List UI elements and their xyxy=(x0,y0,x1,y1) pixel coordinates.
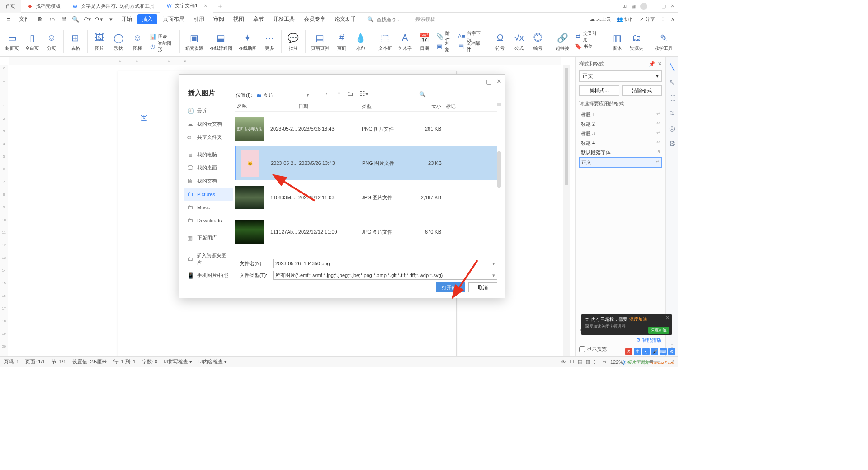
clear-format-button[interactable]: 清除格式 xyxy=(622,85,662,96)
back-icon[interactable]: ← xyxy=(325,90,331,97)
sidebar-phone[interactable]: 📱手机图片/拍照 xyxy=(184,269,233,282)
user-avatar[interactable] xyxy=(640,3,647,10)
view-web-icon[interactable]: ▤ xyxy=(578,359,582,365)
tab-home[interactable]: 首页 xyxy=(0,0,21,13)
gear-icon[interactable]: ⚙ xyxy=(668,139,677,148)
ribbon-coverpage[interactable]: ▭封面页 xyxy=(3,30,22,53)
ribbon-watermark[interactable]: 💧水印 xyxy=(352,30,370,53)
dialog-close-icon[interactable]: ✕ xyxy=(496,78,502,85)
ruler-vertical[interactable]: 21123456789101112131415161718192021 xyxy=(0,65,8,356)
menu-review[interactable]: 审阅 xyxy=(210,13,228,26)
tab-doc1[interactable]: W文字是人类用符...远的方式和工具 xyxy=(66,0,160,13)
minimize-icon[interactable]: — xyxy=(652,4,657,9)
sidebar-documents[interactable]: 🗎我的文档 xyxy=(184,174,233,188)
filetype-select[interactable]: 所有图片(*.emf;*.wmf;*.jpg;*.jpeg;*.jpe;*.pn… xyxy=(273,271,497,280)
ribbon-crossref[interactable]: ⇄交叉引用 xyxy=(575,32,600,41)
new-folder-icon[interactable]: 🗀 xyxy=(347,90,353,97)
new-style-button[interactable]: 新样式... xyxy=(579,85,619,96)
ribbon-dockets[interactable]: ▣稻壳资源 xyxy=(183,30,206,53)
menu-view[interactable]: 视图 xyxy=(230,13,248,26)
add-tab-button[interactable]: + xyxy=(213,2,226,10)
undo-icon[interactable]: ↶▾ xyxy=(82,14,92,24)
tab-doc2[interactable]: W文字文稿1× xyxy=(160,0,213,13)
ruler-horizontal[interactable]: 21 12 xyxy=(9,57,561,65)
sidebar-gallery[interactable]: ▦正版图库 xyxy=(184,231,233,244)
preview-icon[interactable]: 🔍 xyxy=(71,14,80,24)
style-item-default[interactable]: 默认段落字体a xyxy=(579,148,662,157)
pointer-icon[interactable]: ↖ xyxy=(668,78,677,87)
ribbon-symbol[interactable]: Ω符号 xyxy=(491,30,509,53)
dropdown-icon[interactable]: ▾ xyxy=(106,14,116,24)
ime-cn-icon[interactable]: 中 xyxy=(634,348,641,355)
menu-ref[interactable]: 引用 xyxy=(190,13,208,26)
grid-icon[interactable]: ⊞ xyxy=(623,3,627,9)
close-window-icon[interactable]: ✕ xyxy=(670,3,675,9)
ribbon-bookmark[interactable]: 🔖书签 xyxy=(575,42,600,51)
dialog-search[interactable]: 🔍 xyxy=(417,90,489,99)
close-tab-icon[interactable]: × xyxy=(204,2,208,9)
preview-checkbox[interactable] xyxy=(579,346,585,352)
ime-mic-icon[interactable]: 🎤 xyxy=(651,348,658,355)
ribbon-docpart[interactable]: ▤文档部件 xyxy=(458,42,484,51)
style-item-h2[interactable]: 标题 2↵ xyxy=(579,119,662,129)
new-doc-icon[interactable]: 🗎 xyxy=(35,14,45,24)
sidebar-desktop[interactable]: 🖵我的桌面 xyxy=(184,161,233,174)
dialog-maximize-icon[interactable]: ▢ xyxy=(486,78,492,85)
ribbon-attach[interactable]: 📎附件 xyxy=(436,32,453,41)
ime-kbd-icon[interactable]: ⌨ xyxy=(660,348,667,355)
select-icon[interactable]: ⬚ xyxy=(668,93,677,102)
status-contentcheck[interactable]: ☑内容检查 ▾ xyxy=(198,358,227,365)
open-icon[interactable]: 🗁 xyxy=(47,14,57,24)
status-spellcheck[interactable]: ☑拼写检查 ▾ xyxy=(164,358,192,365)
style-item-h1[interactable]: 标题 1↵ xyxy=(579,110,662,119)
ribbon-table[interactable]: ⊞表格 xyxy=(66,30,85,53)
ribbon-numbering[interactable]: ⓵编号 xyxy=(529,30,547,53)
hamburger-icon[interactable]: ≡ xyxy=(4,14,14,24)
ribbon-more[interactable]: ⋯更多 xyxy=(260,30,278,53)
smart-layout-link[interactable]: ⚙ 智能排版 xyxy=(636,337,662,343)
menu-dev[interactable]: 开发工具 xyxy=(269,13,298,26)
status-page[interactable]: 页码: 1 xyxy=(4,358,19,365)
status-section[interactable]: 节: 1/1 xyxy=(52,358,66,365)
menu-start[interactable]: 开始 xyxy=(118,13,136,26)
maximize-icon[interactable]: ▢ xyxy=(661,3,666,9)
tab-template[interactable]: ◆找稻壳模板 xyxy=(21,0,66,13)
ribbon-blankpage[interactable]: ▯空白页 xyxy=(23,30,42,53)
cancel-button[interactable]: 取消 xyxy=(468,282,497,292)
menu-paper[interactable]: 论文助手 xyxy=(331,13,360,26)
file-list-scrollbar[interactable] xyxy=(497,103,502,250)
filename-input[interactable]: 2023-05-26_134350.png▾ xyxy=(273,259,497,268)
collapse-ribbon-icon[interactable]: ∧ xyxy=(671,16,675,22)
ribbon-dropcap[interactable]: A≡首字下沉 xyxy=(458,32,484,41)
focus-icon[interactable]: ⛶ xyxy=(594,359,599,365)
menu-file[interactable]: 文件 xyxy=(15,13,33,26)
ribbon-shapes[interactable]: ◯形状 xyxy=(109,30,127,53)
ribbon-textbox[interactable]: ⬚文本框 xyxy=(376,30,395,53)
close-panel-icon[interactable]: ✕ xyxy=(658,61,662,66)
search-template-link[interactable]: 搜索模板 xyxy=(415,16,435,23)
target-icon[interactable]: ◎ xyxy=(668,124,677,133)
ribbon-comment[interactable]: 💬批注 xyxy=(284,30,302,53)
view-mode-icon[interactable]: ☷▾ xyxy=(359,90,368,97)
status-rowcol[interactable]: 行: 1 列: 1 xyxy=(113,358,136,365)
menu-insert[interactable]: 插入 xyxy=(137,14,157,24)
cloud-status[interactable]: ☁ 未上云 xyxy=(590,16,611,23)
ribbon-form[interactable]: ▥窗体 xyxy=(608,30,626,53)
ribbon-headerfooter[interactable]: ▤页眉页脚 xyxy=(308,30,332,53)
ribbon-pagenum[interactable]: #页码 xyxy=(333,30,351,53)
pencil-icon[interactable]: ╲ xyxy=(668,62,677,71)
open-button[interactable]: 打开(O) xyxy=(436,282,465,292)
apps-icon[interactable]: ▦ xyxy=(631,3,636,9)
share-button[interactable]: ↗ 分享 xyxy=(640,16,655,23)
sidebar-pc[interactable]: 🖥我的电脑 xyxy=(184,148,233,161)
ribbon-wordart[interactable]: A艺术字 xyxy=(396,30,415,53)
status-words[interactable]: 字数: 0 xyxy=(142,358,157,365)
sidebar-shared[interactable]: ∞共享文件夹 xyxy=(184,131,233,144)
sidebar-resource-pic[interactable]: 🗂插入资源夹图片 xyxy=(184,249,233,269)
scrollbar-vertical[interactable] xyxy=(563,65,570,356)
ribbon-date[interactable]: 📅日期 xyxy=(415,30,434,53)
fit-icon[interactable]: ⬄ xyxy=(603,359,607,365)
menu-layout[interactable]: 页面布局 xyxy=(159,13,188,26)
ime-sogou-icon[interactable]: S xyxy=(625,348,632,355)
file-row[interactable]: 图片去水印方法 2023-05-2...2023/5/26 13:43PNG 图… xyxy=(235,112,497,146)
